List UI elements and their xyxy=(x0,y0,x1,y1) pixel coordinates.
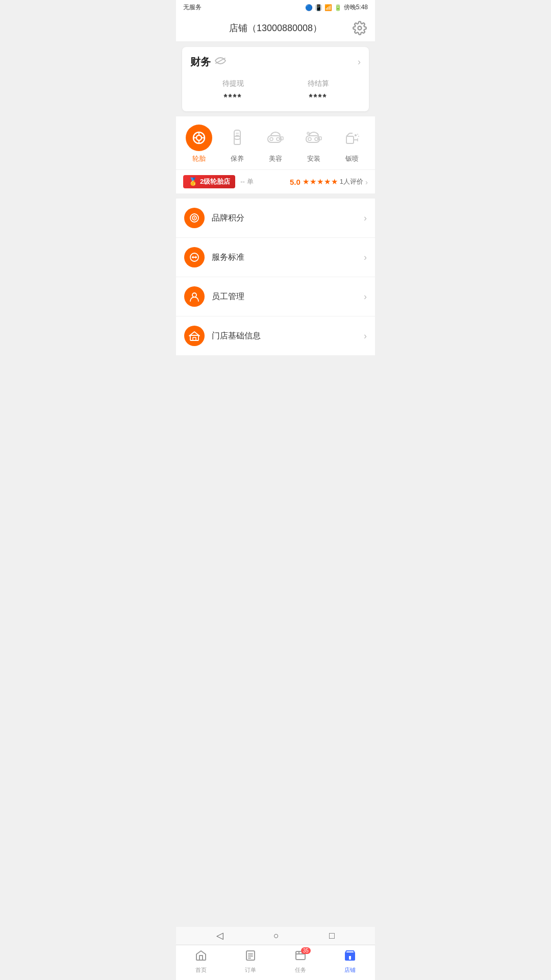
menu-item-service-standard[interactable]: 服务标准 › xyxy=(176,238,375,277)
home-nav-label: 首页 xyxy=(195,966,207,974)
brand-points-label: 品牌积分 xyxy=(212,213,364,224)
tasks-badge: 35 xyxy=(301,947,311,954)
maintain-icon-circle xyxy=(224,125,251,151)
spray-icon-circle xyxy=(339,125,365,151)
page-header: 店铺（13000880008） xyxy=(176,15,375,42)
rating-score: 5.0 xyxy=(290,178,300,186)
recent-button[interactable]: □ xyxy=(329,930,335,941)
service-maintain[interactable]: 保养 xyxy=(222,125,253,163)
service-beauty[interactable]: 美容 xyxy=(260,125,291,163)
svg-point-21 xyxy=(358,136,359,137)
eye-toggle-icon[interactable] xyxy=(215,57,226,67)
home-nav-icon xyxy=(195,949,207,965)
service-install[interactable]: 安装 xyxy=(298,125,329,163)
shop-info-icon xyxy=(184,326,205,346)
status-no-service: 无服务 xyxy=(183,3,202,12)
brand-points-icon xyxy=(184,208,205,228)
orders-nav-label: 订单 xyxy=(245,966,256,974)
star-3: ★ xyxy=(317,177,323,186)
svg-rect-36 xyxy=(348,955,352,960)
service-install-label: 安装 xyxy=(307,154,320,163)
service-maintain-label: 保养 xyxy=(231,154,244,163)
shop-coin-icon: 🥇 xyxy=(188,177,198,186)
menu-item-shop-info[interactable]: 门店基础信息 › xyxy=(176,316,375,355)
finance-card-header: 财务 › xyxy=(190,55,361,69)
nav-orders[interactable]: 订单 xyxy=(235,949,266,974)
orders-nav-icon xyxy=(244,949,257,965)
nav-home[interactable]: 首页 xyxy=(186,949,216,974)
shop-rating[interactable]: 5.0 ★ ★ ★ ★ ★ 1人评价 › xyxy=(290,177,368,186)
shop-nav-icon xyxy=(344,949,356,965)
svg-point-0 xyxy=(358,27,362,30)
install-icon-circle xyxy=(300,125,327,151)
tasks-nav-label: 任务 xyxy=(295,966,306,974)
shop-nav-label: 店铺 xyxy=(344,966,356,974)
review-count: 1人评价 xyxy=(340,177,363,186)
system-nav: ◁ ○ □ xyxy=(176,927,375,944)
service-spray[interactable]: 钣喷 xyxy=(337,125,367,163)
svg-point-13 xyxy=(307,132,309,134)
svg-point-27 xyxy=(192,293,196,297)
nav-shop[interactable]: 店铺 xyxy=(335,949,365,974)
pending-withdrawal-value: **** xyxy=(223,92,242,103)
svg-point-17 xyxy=(315,138,318,141)
brand-points-chevron-icon: › xyxy=(364,213,367,224)
shop-order-sep: -- 单 xyxy=(240,177,253,186)
star-2: ★ xyxy=(310,177,316,186)
svg-point-11 xyxy=(270,138,273,141)
star-5: ★ xyxy=(331,177,338,186)
tire-icon-circle xyxy=(186,125,212,151)
employee-chevron-icon: › xyxy=(364,291,367,302)
rating-chevron-icon: › xyxy=(365,178,368,186)
back-button[interactable]: ◁ xyxy=(216,930,223,941)
finance-title-row: 财务 xyxy=(190,55,226,69)
status-icons: 🔵 📳 📶 🔋 傍晚5:48 xyxy=(305,3,368,12)
star-4: ★ xyxy=(324,177,331,186)
shop-info-chevron-icon: › xyxy=(364,331,367,341)
service-spray-label: 钣喷 xyxy=(345,154,359,163)
pending-settlement: 待结算 **** xyxy=(308,79,329,103)
bottom-nav: 首页 订单 35 任务 xyxy=(176,945,375,980)
bluetooth-icon: 🔵 xyxy=(305,4,313,11)
finance-card: 财务 › 待提现 **** 待结算 **** xyxy=(182,47,369,111)
svg-point-19 xyxy=(355,135,356,136)
service-standard-label: 服务标准 xyxy=(212,252,364,263)
finance-chevron-icon[interactable]: › xyxy=(358,57,361,67)
svg-point-12 xyxy=(277,138,280,141)
employee-icon xyxy=(184,286,205,307)
svg-point-2 xyxy=(196,135,202,140)
settings-button[interactable] xyxy=(353,21,367,35)
service-tire[interactable]: 轮胎 xyxy=(184,125,214,163)
svg-rect-28 xyxy=(190,335,198,340)
battery-icon: 🔋 xyxy=(334,4,342,11)
time-display: 傍晚5:48 xyxy=(344,3,368,12)
svg-rect-18 xyxy=(346,136,354,143)
stars: ★ ★ ★ ★ ★ xyxy=(303,177,338,186)
svg-point-24 xyxy=(194,217,195,219)
service-standard-icon xyxy=(184,247,205,267)
finance-title: 财务 xyxy=(190,55,211,69)
shop-info-label: 门店基础信息 xyxy=(212,331,364,341)
pending-settlement-value: **** xyxy=(309,92,327,103)
menu-item-employee[interactable]: 员工管理 › xyxy=(176,277,375,316)
employee-label: 员工管理 xyxy=(212,291,364,302)
svg-point-16 xyxy=(308,138,311,141)
svg-rect-8 xyxy=(234,136,240,144)
star-1: ★ xyxy=(303,177,309,186)
shop-level-bar: 🥇 2级轮胎店 -- 单 5.0 ★ ★ ★ ★ ★ 1人评价 › xyxy=(176,169,375,193)
menu-item-brand-points[interactable]: 品牌积分 › xyxy=(176,199,375,238)
home-button[interactable]: ○ xyxy=(273,930,279,941)
finance-data: 待提现 **** 待结算 **** xyxy=(190,79,361,103)
pending-withdrawal: 待提现 **** xyxy=(222,79,244,103)
nav-tasks[interactable]: 35 任务 xyxy=(285,949,316,974)
beauty-icon-circle xyxy=(262,125,289,151)
service-tire-label: 轮胎 xyxy=(192,154,206,163)
wifi-icon: 📶 xyxy=(324,4,332,11)
shop-level-badge: 🥇 2级轮胎店 xyxy=(183,175,235,188)
pending-withdrawal-label: 待提现 xyxy=(222,79,244,88)
service-beauty-label: 美容 xyxy=(269,154,282,163)
service-standard-chevron-icon: › xyxy=(364,252,367,263)
page-title: 店铺（13000880008） xyxy=(229,22,322,34)
svg-rect-29 xyxy=(193,337,196,340)
svg-rect-7 xyxy=(234,130,240,139)
